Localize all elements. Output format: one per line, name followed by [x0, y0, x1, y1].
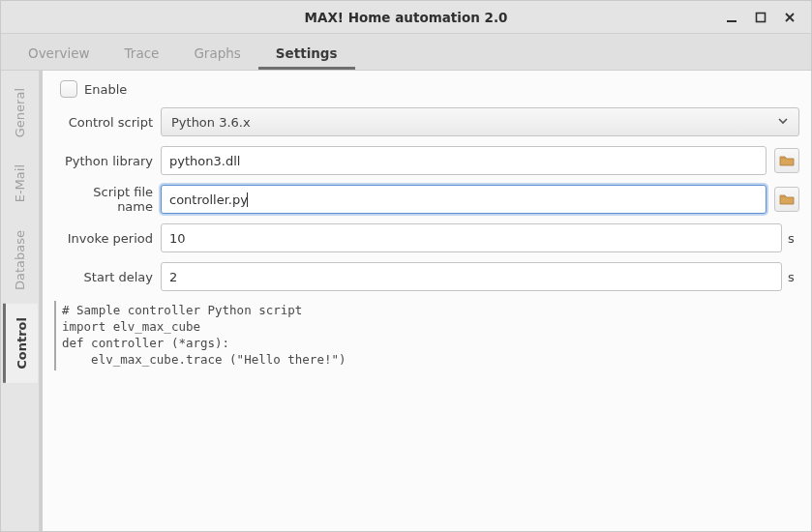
script-file-browse-button[interactable] [774, 187, 799, 212]
side-tab-control[interactable]: Control [3, 304, 38, 383]
control-script-value: Python 3.6.x [171, 115, 251, 130]
invoke-period-row: Invoke period s [54, 223, 799, 252]
chevron-down-icon [777, 115, 789, 130]
body-area: General E-Mail Database Control Enable C… [1, 71, 811, 531]
start-delay-row: Start delay s [54, 262, 799, 291]
settings-control-panel: Enable Control script Python 3.6.x Pytho… [40, 71, 811, 531]
folder-icon [779, 192, 795, 206]
invoke-period-unit: s [782, 231, 799, 246]
control-script-select[interactable]: Python 3.6.x [161, 107, 799, 136]
maximize-button[interactable] [753, 10, 768, 25]
side-tab-general[interactable]: General [4, 74, 36, 151]
close-button[interactable] [782, 10, 797, 25]
side-tab-database[interactable]: Database [4, 217, 36, 304]
sample-code-panel: # Sample controller Python script import… [54, 301, 799, 370]
control-script-row: Control script Python 3.6.x [54, 107, 799, 136]
top-tabs: Overview Trace Graphs Settings [1, 34, 811, 71]
side-tabs: General E-Mail Database Control [1, 71, 40, 531]
start-delay-label: Start delay [54, 270, 161, 284]
text-caret [247, 192, 248, 207]
python-library-row: Python library [54, 146, 799, 175]
python-library-input[interactable] [161, 146, 767, 175]
tab-overview[interactable]: Overview [11, 36, 107, 70]
script-file-value: controller.py [169, 192, 248, 207]
app-window: MAX! Home automation 2.0 Overview Trace … [0, 0, 812, 532]
python-library-label: Python library [54, 154, 161, 168]
minimize-button[interactable] [724, 10, 739, 25]
enable-row: Enable [54, 80, 799, 98]
titlebar: MAX! Home automation 2.0 [1, 1, 811, 34]
enable-label: Enable [84, 82, 127, 97]
window-title: MAX! Home automation 2.0 [1, 10, 811, 25]
script-file-row: Script file name controller.py [54, 185, 799, 214]
svg-rect-0 [727, 20, 737, 22]
script-file-input[interactable]: controller.py [161, 185, 767, 214]
tab-trace[interactable]: Trace [107, 36, 177, 70]
invoke-period-input[interactable] [161, 223, 782, 252]
start-delay-input[interactable] [161, 262, 782, 291]
start-delay-unit: s [782, 270, 799, 284]
control-script-label: Control script [54, 115, 161, 130]
window-controls [724, 10, 811, 25]
tab-settings[interactable]: Settings [258, 36, 355, 70]
enable-checkbox[interactable] [60, 80, 77, 98]
tab-graphs[interactable]: Graphs [176, 36, 257, 70]
script-file-label: Script file name [54, 185, 161, 214]
side-tab-email[interactable]: E-Mail [4, 151, 36, 216]
invoke-period-label: Invoke period [54, 231, 161, 246]
python-library-browse-button[interactable] [774, 148, 799, 173]
folder-icon [779, 154, 795, 167]
svg-rect-1 [757, 13, 766, 21]
